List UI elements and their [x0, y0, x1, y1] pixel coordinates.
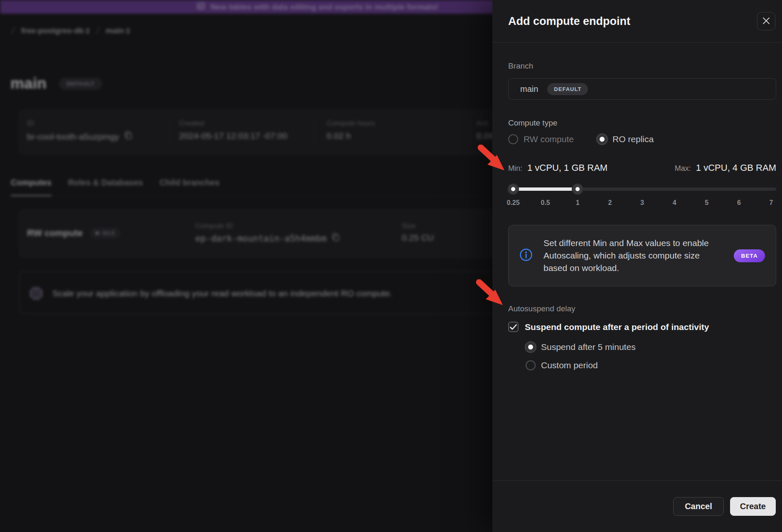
info-icon: [519, 248, 533, 263]
radio-rw-compute[interactable]: RW compute: [508, 134, 574, 144]
min-value: 1 vCPU, 1 GB RAM: [527, 163, 607, 173]
branch-default-badge: DEFAULT: [547, 83, 588, 95]
radio-selected-icon: [597, 134, 607, 144]
autoscaling-note: Set different Min and Max values to enab…: [508, 225, 776, 286]
min-label: Min:: [508, 164, 522, 173]
max-label: Max:: [675, 164, 691, 173]
autosuspend-label: Autosuspend delay: [508, 304, 776, 313]
slider-tick: 7: [770, 199, 773, 207]
cancel-button[interactable]: Cancel: [673, 497, 724, 516]
slider-tick: 5: [705, 199, 708, 207]
max-value: 1 vCPU, 4 GB RAM: [696, 163, 776, 173]
autoscaling-note-text: Set different Min and Max values to enab…: [543, 237, 723, 274]
slider-tick: 2: [608, 199, 612, 207]
slider-tick: 6: [737, 199, 741, 207]
beta-badge: BETA: [734, 249, 765, 262]
modal-title: Add compute endpoint: [508, 15, 630, 28]
radio-icon: [508, 134, 518, 144]
branch-select[interactable]: main DEFAULT: [508, 78, 776, 100]
checkbox-checked-icon[interactable]: [508, 322, 519, 332]
branch-label: Branch: [508, 62, 776, 71]
modal-footer: Cancel Create: [492, 480, 782, 532]
slider-tick: 0.5: [541, 199, 550, 207]
slider-tick: 0.25: [507, 199, 519, 207]
radio-ro-replica[interactable]: RO replica: [597, 134, 654, 144]
suspend-checkbox-label: Suspend compute after a period of inacti…: [525, 322, 709, 332]
radio-selected-icon: [526, 342, 536, 352]
slider-min-handle[interactable]: [508, 184, 518, 194]
slider-tick: 4: [673, 199, 676, 207]
radio-icon: [526, 360, 536, 370]
annotation-arrow-autosuspend: [475, 279, 506, 308]
annotation-arrow-min-slider: [477, 145, 508, 174]
compute-size-slider[interactable]: 0.25 0.5 1 2 3 4 5 6 7: [508, 183, 776, 212]
slider-range-fill: [513, 187, 578, 191]
slider-max-handle[interactable]: [573, 184, 583, 194]
suspend-checkbox-row[interactable]: Suspend compute after a period of inacti…: [508, 322, 776, 332]
radio-custom-period[interactable]: Custom period: [526, 360, 776, 370]
branch-value: main: [520, 84, 538, 94]
compute-type-label: Compute type: [508, 118, 776, 128]
close-icon: [762, 17, 770, 26]
slider-tick: 3: [640, 199, 644, 207]
create-button[interactable]: Create: [730, 497, 776, 516]
slider-tick: 1: [576, 199, 580, 207]
add-compute-endpoint-modal: Add compute endpoint Branch main DEFAULT…: [492, 0, 782, 532]
radio-suspend-5-minutes[interactable]: Suspend after 5 minutes: [526, 342, 776, 352]
close-button[interactable]: [757, 12, 775, 30]
app-window: New tables with data editing and exports…: [0, 0, 782, 532]
